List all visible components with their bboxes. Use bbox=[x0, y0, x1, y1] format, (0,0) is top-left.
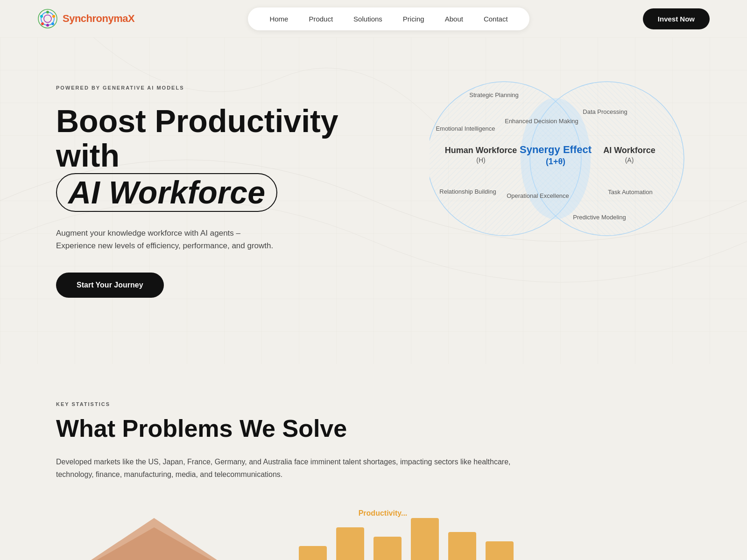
label-operational-excellence: Operational Excellence bbox=[507, 192, 569, 199]
chart-area: Productivity... bbox=[56, 509, 691, 560]
stats-label: KEY STATISTICS bbox=[56, 401, 691, 407]
synergy-sub: (1+θ) bbox=[546, 157, 565, 166]
chart-left bbox=[56, 509, 252, 560]
nav-pricing[interactable]: Pricing bbox=[393, 11, 435, 27]
hero-section: POWERED BY GENERATIVE AI MODELS Boost Pr… bbox=[0, 37, 747, 364]
logo-text: SynchronymaX bbox=[63, 13, 134, 25]
svg-point-6 bbox=[46, 24, 49, 27]
svg-point-5 bbox=[51, 22, 54, 25]
hero-content: POWERED BY GENERATIVE AI MODELS Boost Pr… bbox=[56, 75, 691, 308]
human-workforce-label: Human Workforce bbox=[445, 146, 517, 155]
venn-diagram: Human Workforce (H) AI Workforce (A) Syn… bbox=[430, 75, 691, 252]
ai-workforce-pill: AI Workforce bbox=[56, 173, 277, 212]
navbar: SynchronymaX Home Product Solutions Pric… bbox=[0, 0, 747, 37]
nav-about[interactable]: About bbox=[435, 11, 473, 27]
hero-left: POWERED BY GENERATIVE AI MODELS Boost Pr… bbox=[56, 85, 345, 298]
svg-point-7 bbox=[41, 22, 44, 25]
start-journey-button[interactable]: Start Your Journey bbox=[56, 273, 164, 298]
stats-headline: What Problems We Solve bbox=[56, 414, 691, 442]
svg-rect-20 bbox=[411, 518, 439, 560]
nav-home[interactable]: Home bbox=[259, 11, 298, 27]
svg-rect-17 bbox=[299, 546, 327, 560]
svg-point-3 bbox=[46, 11, 49, 14]
nav-links: Home Product Solutions Pricing About Con… bbox=[248, 7, 529, 30]
svg-rect-22 bbox=[486, 541, 514, 560]
human-workforce-sub: (H) bbox=[476, 156, 485, 164]
statistics-section: KEY STATISTICS What Problems We Solve De… bbox=[0, 364, 747, 560]
powered-label: POWERED BY GENERATIVE AI MODELS bbox=[56, 85, 345, 91]
logo-icon bbox=[37, 8, 58, 29]
label-data-processing: Data Processing bbox=[583, 108, 627, 115]
svg-marker-16 bbox=[56, 527, 252, 560]
ai-workforce-label: AI Workforce bbox=[603, 146, 655, 155]
label-task-automation: Task Automation bbox=[608, 189, 652, 196]
svg-rect-19 bbox=[374, 537, 402, 560]
label-emotional-intelligence: Emotional Intelligence bbox=[436, 125, 495, 132]
venn-diagram-area: Human Workforce (H) AI Workforce (A) Syn… bbox=[430, 75, 691, 308]
label-strategic-planning: Strategic Planning bbox=[469, 91, 519, 98]
nav-contact[interactable]: Contact bbox=[473, 11, 518, 27]
svg-rect-18 bbox=[336, 527, 364, 560]
chart-right: Productivity... bbox=[289, 509, 523, 560]
stats-subtext: Developed markets like the US, Japan, Fr… bbox=[56, 455, 523, 481]
svg-rect-21 bbox=[448, 532, 476, 560]
hero-headline: Boost Productivity with AI Workforce bbox=[56, 104, 345, 212]
ai-workforce-sub: (A) bbox=[625, 156, 634, 164]
nav-product[interactable]: Product bbox=[298, 11, 343, 27]
svg-point-2 bbox=[44, 15, 51, 22]
synergy-label: Synergy Effect bbox=[520, 144, 592, 155]
svg-text:Productivity...: Productivity... bbox=[359, 509, 408, 517]
svg-point-4 bbox=[52, 15, 55, 18]
label-enhanced-decision: Enhanced Decision Making bbox=[505, 118, 578, 125]
svg-point-8 bbox=[40, 15, 43, 18]
label-predictive-modeling: Predictive Modeling bbox=[573, 214, 626, 221]
nav-solutions[interactable]: Solutions bbox=[343, 11, 393, 27]
logo[interactable]: SynchronymaX bbox=[37, 8, 134, 29]
hero-subtext: Augment your knowledge workforce with AI… bbox=[56, 227, 280, 252]
invest-button[interactable]: Invest Now bbox=[643, 8, 710, 29]
label-relationship-building: Relationship Building bbox=[439, 188, 496, 195]
